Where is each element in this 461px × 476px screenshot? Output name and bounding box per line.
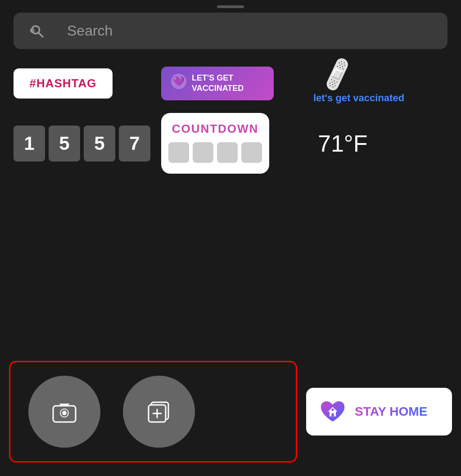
stay-home-sticker[interactable]: STAY HOME <box>306 388 452 436</box>
search-placeholder: Search <box>67 22 113 39</box>
svg-text:💜: 💜 <box>173 76 185 87</box>
svg-point-7 <box>62 411 67 415</box>
countdown-tiles <box>168 142 262 163</box>
clock-digit-1: 1 <box>14 126 45 162</box>
clock-digit-2: 5 <box>49 126 80 162</box>
hashtag-label: #HASHTAG <box>29 76 96 90</box>
clock-sticker[interactable]: 1 5 5 7 <box>14 126 152 162</box>
search-magnifier-icon <box>29 23 45 39</box>
countdown-sticker[interactable]: COUNTDOWN <box>161 113 269 174</box>
bottom-area: STAY HOME <box>9 361 452 463</box>
bandaid-emoji: 🩹 <box>318 55 357 94</box>
countdown-tile-3 <box>217 142 238 163</box>
countdown-tile-1 <box>168 142 189 163</box>
weather-label: 71°F <box>309 130 367 157</box>
svg-point-15 <box>331 409 334 411</box>
camera-button[interactable] <box>28 376 100 448</box>
stay-home-logo <box>317 396 348 427</box>
vaccine-label: LET'S GET VACCINATED <box>192 73 265 94</box>
vaccine-bandaid-sticker[interactable]: 🩹 let's get vaccinated <box>309 63 447 104</box>
camera-icon <box>49 396 80 427</box>
vaccine-heart-icon: 💜 <box>170 73 187 94</box>
countdown-tile-4 <box>241 142 262 163</box>
action-box <box>9 361 297 463</box>
stay-home-label: STAY HOME <box>355 404 427 419</box>
clock-digit-3: 5 <box>84 126 115 162</box>
svg-line-1 <box>39 33 43 37</box>
add-media-icon <box>143 396 175 427</box>
search-bar[interactable]: ⚬ Search <box>14 13 447 49</box>
top-pill-indicator <box>217 5 244 8</box>
add-media-button[interactable] <box>123 376 195 448</box>
weather-sticker[interactable]: 71°F <box>309 130 447 157</box>
sticker-grid: #HASHTAG 💜 LET'S GET VACCINATED 🩹 let's … <box>0 58 461 187</box>
vaccine-blue-label: let's get vaccinated <box>313 92 404 104</box>
countdown-label: COUNTDOWN <box>172 122 259 136</box>
countdown-tile-2 <box>193 142 213 163</box>
svg-rect-14 <box>331 413 334 417</box>
vaccine-sticker[interactable]: 💜 LET'S GET VACCINATED <box>161 67 274 100</box>
hashtag-sticker[interactable]: #HASHTAG <box>14 68 113 99</box>
clock-digit-4: 7 <box>119 126 150 162</box>
